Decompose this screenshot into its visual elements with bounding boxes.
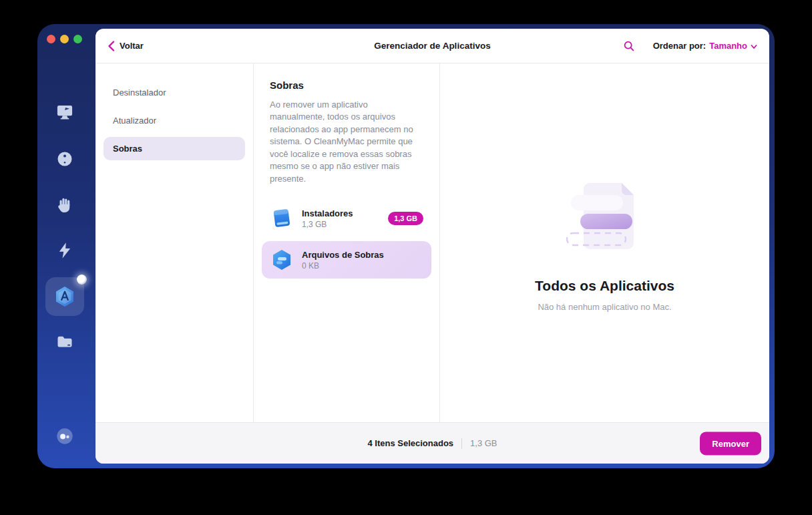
orb-icon[interactable] (55, 149, 75, 169)
back-button-label: Voltar (120, 41, 144, 51)
nav-item-atualizador[interactable]: Atualizador (104, 109, 245, 132)
installer-disk-icon (270, 206, 294, 230)
zoom-window-button[interactable] (73, 35, 82, 43)
panel-description: Ao remover um aplicativo manualmente, to… (270, 99, 423, 185)
remove-button[interactable]: Remover (700, 432, 761, 455)
assistant-bubble-icon[interactable] (55, 426, 75, 446)
panel-title: Sobras (270, 79, 423, 91)
app-sidebar (37, 24, 95, 468)
close-window-button[interactable] (47, 35, 55, 43)
selected-size: 1,3 GB (470, 438, 497, 448)
app-window: Voltar Gerenciador de Aplicativos Ordena… (37, 24, 775, 468)
chevron-down-icon (751, 43, 757, 50)
sort-dropdown[interactable]: Ordenar por: Tamanho (653, 41, 757, 51)
selection-summary: 4 Itens Selecionados 1,3 GB (367, 438, 497, 449)
empty-state-title: Todos os Aplicativos (535, 278, 674, 294)
notification-dot-icon (77, 275, 87, 285)
monitor-icon[interactable] (55, 102, 75, 122)
toolbar: Voltar Gerenciador de Aplicativos Ordena… (95, 29, 769, 63)
search-icon[interactable] (622, 39, 636, 53)
leftovers-hexagon-icon (270, 248, 294, 272)
main-area: Desinstalador Atualizador Sobras Sobras … (95, 63, 769, 422)
leftovers-panel: Sobras Ao remover um aplicativo manualme… (254, 63, 440, 422)
list-item-instaladores[interactable]: Instaladores 1,3 GB 1,3 GB (262, 200, 431, 237)
sort-label: Ordenar por: (653, 41, 706, 51)
list-item-size: 0 KB (302, 261, 384, 271)
nav-item-sobras[interactable]: Sobras (104, 137, 245, 160)
module-nav: Desinstalador Atualizador Sobras (95, 63, 254, 422)
footer-bar: 4 Itens Selecionados 1,3 GB Remover (95, 422, 769, 464)
summary-divider (461, 438, 462, 449)
content-panel: Voltar Gerenciador de Aplicativos Ordena… (95, 29, 769, 464)
list-item-name: Arquivos de Sobras (302, 250, 384, 260)
sort-value: Tamanho (709, 41, 747, 51)
selected-count: 4 Itens Selecionados (367, 438, 453, 448)
chevron-left-icon (108, 41, 115, 51)
size-badge: 1,3 GB (388, 212, 423, 225)
lightning-icon[interactable] (55, 240, 75, 261)
empty-state-subtitle: Não há nenhum aplicativo no Mac. (538, 302, 671, 312)
list-item-size: 1,3 GB (302, 220, 353, 229)
hand-icon[interactable] (55, 195, 75, 215)
list-item-arquivos-de-sobras[interactable]: Arquivos de Sobras 0 KB (262, 241, 431, 279)
applications-icon[interactable] (45, 277, 84, 316)
back-button[interactable]: Voltar (108, 41, 144, 51)
window-controls (47, 35, 82, 43)
apps-empty-state: Todos os Aplicativos Não há nenhum aplic… (440, 63, 769, 422)
minimize-window-button[interactable] (60, 35, 69, 43)
nav-item-desinstalador[interactable]: Desinstalador (104, 81, 245, 104)
folder-icon[interactable] (55, 332, 75, 352)
empty-document-illustration-icon (564, 179, 646, 252)
list-item-name: Instaladores (302, 208, 353, 218)
